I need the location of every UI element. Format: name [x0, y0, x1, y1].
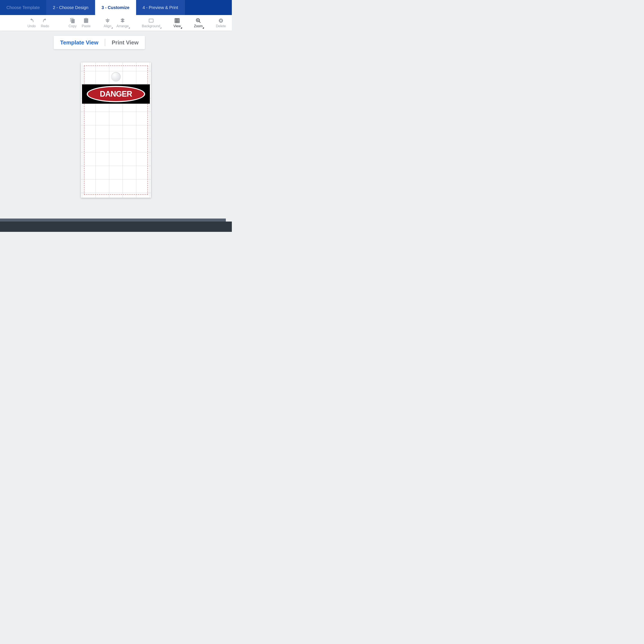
step-preview-print[interactable]: 4 - Preview & Print — [136, 0, 185, 15]
zoom-label: Zoom — [194, 24, 203, 28]
danger-text: DANGER — [100, 90, 132, 99]
view-label: View — [173, 24, 181, 28]
background-label: Background — [142, 24, 160, 28]
copy-label: Copy — [68, 24, 76, 28]
arrange-icon — [120, 18, 125, 23]
redo-label: Redo — [41, 24, 49, 28]
dropdown-indicator-icon — [128, 27, 130, 29]
dropdown-indicator-icon — [111, 27, 113, 29]
redo-icon — [42, 18, 48, 23]
zoom-button[interactable]: Zoom — [192, 17, 204, 29]
arrange-button[interactable]: Arrange — [115, 17, 131, 29]
delete-icon — [218, 18, 224, 23]
tab-template-view[interactable]: Template View — [60, 39, 98, 46]
step-customize[interactable]: 3 - Customize — [95, 0, 136, 15]
align-button[interactable]: Align — [102, 17, 113, 29]
paste-button[interactable]: Paste — [80, 17, 92, 29]
paste-label: Paste — [82, 24, 91, 28]
view-mode-switch: Template View Print View — [54, 36, 145, 49]
delete-button[interactable]: Delete — [214, 17, 228, 29]
svg-rect-0 — [149, 19, 153, 22]
dropdown-indicator-icon — [202, 27, 204, 29]
dropdown-indicator-icon — [160, 27, 161, 29]
zoom-in-icon — [196, 18, 201, 23]
danger-sign-element[interactable]: DANGER — [82, 84, 150, 104]
footer-scrollbar[interactable] — [0, 219, 226, 222]
background-icon — [148, 18, 154, 23]
copy-button[interactable]: Copy — [67, 17, 78, 29]
footer-bar — [0, 222, 232, 232]
align-label: Align — [104, 24, 111, 28]
step-choose-template[interactable]: Choose Template — [0, 0, 46, 15]
grid-icon — [174, 18, 180, 23]
wizard-step-bar: Choose Template 2 - Choose Design 3 - Cu… — [0, 0, 232, 15]
background-button[interactable]: Background — [140, 17, 162, 29]
delete-label: Delete — [216, 24, 226, 28]
view-button[interactable]: View — [172, 17, 182, 29]
editor-toolbar: Undo Redo Copy Paste Align Arrange Backg… — [0, 15, 232, 31]
step-choose-design[interactable]: 2 - Choose Design — [46, 0, 95, 15]
dropdown-indicator-icon — [181, 27, 182, 29]
design-canvas[interactable]: DANGER — [81, 62, 151, 198]
tag-hole — [111, 72, 121, 82]
undo-label: Undo — [27, 24, 36, 28]
tab-print-view[interactable]: Print View — [112, 39, 138, 46]
undo-icon — [29, 18, 34, 23]
redo-button[interactable]: Redo — [39, 17, 51, 29]
arrange-label: Arrange — [117, 24, 129, 28]
undo-button[interactable]: Undo — [26, 17, 37, 29]
workspace: Template View Print View DANGER — [0, 31, 232, 232]
divider — [105, 39, 105, 46]
copy-icon — [70, 18, 75, 23]
danger-oval: DANGER — [87, 86, 145, 102]
paste-icon — [83, 18, 89, 23]
align-icon — [105, 18, 110, 23]
